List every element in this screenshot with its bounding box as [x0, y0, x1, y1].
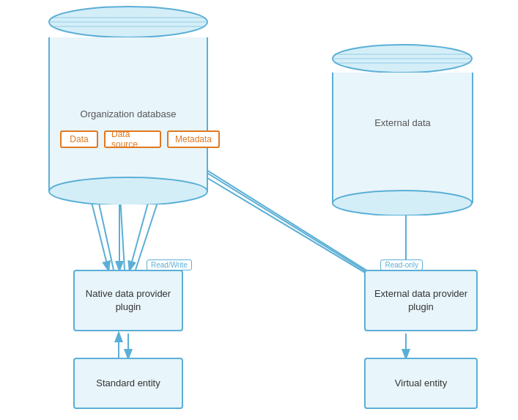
- ext-db-body: [331, 73, 474, 215]
- org-db-top: [48, 6, 209, 38]
- ext-db-top: [331, 44, 474, 73]
- virtual-entity-box: Virtual entity: [364, 358, 478, 409]
- org-database-cylinder: [48, 6, 209, 205]
- metadata-tag: Metadata: [167, 130, 220, 148]
- native-provider-box: Native data provider plugin: [73, 270, 183, 331]
- org-db-body: [48, 37, 209, 205]
- standard-entity-label: Standard entity: [96, 377, 160, 390]
- org-db-label: Organization database: [55, 108, 201, 119]
- external-provider-label: External data provider plugin: [374, 287, 467, 314]
- svg-point-28: [333, 191, 472, 215]
- datasource-tag: Data source: [104, 130, 161, 148]
- native-provider-label: Native data provider plugin: [86, 287, 171, 314]
- diagram-container: Organization database Data Data source M…: [0, 0, 518, 420]
- standard-entity-box: Standard entity: [73, 358, 183, 409]
- svg-rect-25: [333, 73, 473, 203]
- svg-point-20: [49, 177, 207, 205]
- ext-data-label: External data: [331, 117, 474, 128]
- external-data-cylinder: [331, 44, 474, 215]
- read-write-badge: Read/Write: [147, 259, 192, 270]
- external-provider-box: External data provider plugin: [364, 270, 478, 331]
- virtual-entity-label: Virtual entity: [395, 377, 447, 390]
- data-tag: Data: [60, 130, 98, 148]
- read-only-badge: Read-only: [380, 259, 423, 270]
